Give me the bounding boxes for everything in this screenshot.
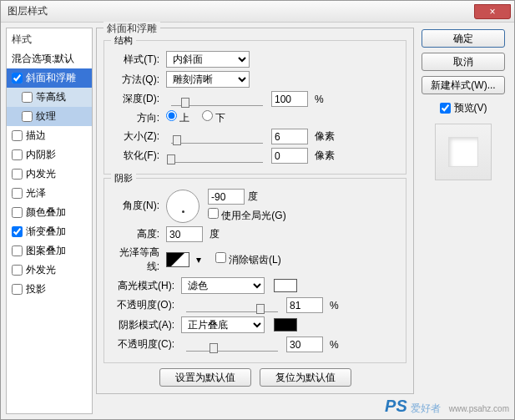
dialog-buttons: 确定 取消 新建样式(W)... 预览(V)	[417, 28, 509, 414]
style-checkbox[interactable]	[12, 245, 23, 256]
cancel-button[interactable]: 取消	[422, 53, 505, 71]
highlight-opacity-input[interactable]	[286, 297, 323, 313]
style-label: 投影	[26, 282, 46, 296]
angle-dial[interactable]	[166, 190, 199, 223]
gloss-label: 光泽等高线:	[109, 245, 159, 274]
style-label: 内发光	[26, 167, 56, 181]
style-row-8[interactable]: 渐变叠加	[7, 222, 92, 241]
style-checkbox[interactable]	[12, 169, 23, 180]
gloss-contour-swatch[interactable]	[166, 252, 189, 267]
settings-panel: 斜面和浮雕 结构 样式(T):内斜面 方法(Q):雕刻清晰 深度(D):% 方向…	[96, 28, 414, 414]
style-row-6[interactable]: 光泽	[7, 184, 92, 203]
soften-slider[interactable]	[171, 149, 263, 163]
blend-options-row[interactable]: 混合选项:默认	[7, 49, 92, 68]
style-label: 描边	[26, 129, 46, 143]
style-label: 斜面和浮雕	[26, 71, 76, 85]
style-checkbox[interactable]	[22, 92, 33, 103]
shading-group: 阴影 角度(N): 度 使用全局光(G) 高度:度 光泽等高线:▾ 消除锯齿(L…	[104, 178, 406, 363]
highlight-mode-label: 高光模式(H):	[109, 279, 174, 293]
depth-input[interactable]	[271, 91, 308, 107]
structure-label: 结构	[111, 34, 136, 47]
style-checkbox[interactable]	[12, 284, 23, 295]
new-style-button[interactable]: 新建样式(W)...	[422, 76, 505, 94]
style-row-1[interactable]: 等高线	[7, 88, 92, 107]
direction-label: 方向:	[109, 111, 159, 125]
preview-box	[435, 124, 492, 180]
bevel-group: 斜面和浮雕 结构 样式(T):内斜面 方法(Q):雕刻清晰 深度(D):% 方向…	[96, 28, 414, 394]
size-label: 大小(Z):	[109, 129, 159, 144]
highlight-opacity-slider[interactable]	[186, 299, 278, 312]
highlight-mode-select[interactable]: 滤色	[181, 277, 265, 294]
style-checkbox[interactable]	[12, 130, 23, 141]
size-input[interactable]	[271, 129, 308, 144]
style-checkbox[interactable]	[12, 265, 23, 276]
style-checkbox[interactable]	[12, 226, 23, 237]
style-checkbox[interactable]	[12, 73, 23, 83]
style-label: 图案叠加	[26, 244, 66, 258]
styles-header: 样式	[7, 30, 92, 49]
window-title: 图层样式	[8, 4, 48, 18]
shadow-opacity-label: 不透明度(C):	[109, 337, 174, 352]
highlight-opacity-label: 不透明度(O):	[109, 298, 174, 312]
style-label: 渐变叠加	[26, 225, 66, 239]
altitude-input[interactable]	[166, 226, 203, 242]
soften-label: 软化(F):	[109, 149, 159, 163]
soften-input[interactable]	[271, 148, 308, 164]
titlebar: 图层样式 ×	[1, 1, 514, 23]
technique-label: 方法(Q):	[109, 73, 159, 87]
dir-down-radio[interactable]: 下	[202, 110, 225, 125]
style-row-0[interactable]: 斜面和浮雕	[7, 68, 92, 88]
antialias-check[interactable]: 消除锯齿(L)	[215, 252, 281, 267]
shadow-opacity-slider[interactable]	[186, 338, 278, 352]
shadow-mode-select[interactable]: 正片叠底	[181, 316, 265, 333]
depth-label: 深度(D):	[109, 92, 159, 106]
style-label: 光泽	[26, 186, 46, 200]
style-row-9[interactable]: 图案叠加	[7, 241, 92, 261]
style-row-5[interactable]: 内发光	[7, 164, 92, 184]
style-select[interactable]: 内斜面	[166, 51, 250, 68]
style-label: 颜色叠加	[26, 205, 66, 220]
close-icon: ×	[489, 6, 495, 18]
depth-slider[interactable]	[171, 93, 263, 106]
style-label: 样式(T):	[109, 53, 159, 67]
watermark: PS 爱好者 www.psahz.com	[385, 397, 509, 416]
shadow-mode-label: 阴影模式(A):	[109, 318, 174, 332]
style-label: 纹理	[36, 109, 56, 124]
chevron-down-icon[interactable]: ▾	[194, 254, 203, 266]
style-checkbox[interactable]	[22, 111, 33, 122]
angle-input[interactable]	[208, 189, 245, 205]
style-row-2[interactable]: 纹理	[7, 107, 92, 126]
style-row-7[interactable]: 颜色叠加	[7, 203, 92, 222]
make-default-button[interactable]: 设置为默认值	[159, 368, 251, 387]
style-row-3[interactable]: 描边	[7, 126, 92, 145]
shadow-color-swatch[interactable]	[274, 318, 297, 331]
preview-check[interactable]: 预览(V)	[440, 101, 487, 115]
style-checkbox[interactable]	[12, 149, 23, 160]
altitude-label: 高度:	[109, 227, 159, 241]
reset-default-button[interactable]: 复位为默认值	[260, 368, 351, 387]
shading-label: 阴影	[111, 172, 136, 185]
close-button[interactable]: ×	[474, 4, 511, 19]
style-row-11[interactable]: 投影	[7, 280, 92, 299]
style-row-4[interactable]: 内阴影	[7, 145, 92, 164]
style-label: 等高线	[36, 90, 66, 104]
styles-list: 样式 混合选项:默认 斜面和浮雕等高线纹理描边内阴影内发光光泽颜色叠加渐变叠加图…	[6, 28, 93, 414]
style-label: 外发光	[26, 263, 56, 277]
ok-button[interactable]: 确定	[422, 29, 505, 48]
style-label: 内阴影	[26, 148, 56, 162]
style-checkbox[interactable]	[12, 188, 23, 199]
structure-group: 结构 样式(T):内斜面 方法(Q):雕刻清晰 深度(D):% 方向: 上 下 …	[104, 40, 406, 175]
global-light-check[interactable]: 使用全局光(G)	[208, 208, 286, 223]
shadow-opacity-input[interactable]	[286, 337, 323, 352]
dir-up-radio[interactable]: 上	[166, 110, 189, 125]
layer-style-dialog: 图层样式 × 样式 混合选项:默认 斜面和浮雕等高线纹理描边内阴影内发光光泽颜色…	[0, 0, 515, 420]
style-row-10[interactable]: 外发光	[7, 261, 92, 280]
style-checkbox[interactable]	[12, 207, 23, 218]
highlight-color-swatch[interactable]	[274, 279, 297, 292]
angle-label: 角度(N):	[109, 199, 159, 213]
size-slider[interactable]	[171, 130, 263, 144]
preview-thumb	[448, 137, 478, 167]
technique-select[interactable]: 雕刻清晰	[166, 71, 250, 88]
